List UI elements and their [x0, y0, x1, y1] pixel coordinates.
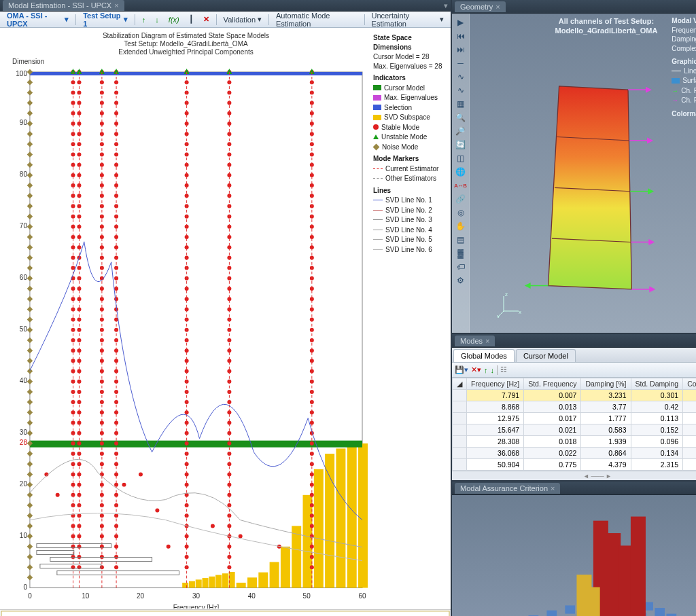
plot-title: Stabilization Diagram of Estimated State… [3, 32, 369, 56]
validation-dropdown[interactable]: Validation ▾ [220, 14, 266, 25]
column-header[interactable]: Complexity [683, 378, 696, 390]
tab-global-modes[interactable]: Global Modes [453, 349, 515, 362]
close-icon[interactable]: × [485, 337, 489, 345]
tab-modal-estimation[interactable]: Modal Estimation - SSI - UPCX × [3, 0, 124, 11]
auto-mode-est-button[interactable]: Automatic Mode Estimation [272, 10, 362, 29]
plot-svg: 0 10 20 28 30 40 50 60 70 80 90 100 [3, 65, 369, 609]
cube-icon[interactable]: ◫ [454, 152, 468, 164]
svg-text:20: 20 [20, 480, 28, 488]
close-icon[interactable]: × [495, 3, 500, 11]
mini-spectrum[interactable]: 0 60 [0, 609, 451, 616]
svg-rect-502 [546, 611, 557, 616]
svg-rect-28 [325, 454, 334, 587]
svg-rect-23 [270, 562, 279, 588]
hand-icon[interactable]: ✋ [454, 220, 468, 232]
grid-icon[interactable]: ▦ [454, 98, 468, 110]
pipe-button[interactable]: ┃ [185, 14, 198, 25]
test-setup-dropdown[interactable]: Test Setup 1 ▾ [79, 10, 132, 29]
svg-text:30: 30 [20, 429, 28, 436]
table-row[interactable]: 28.3080.0181.9390.0960.475 [453, 436, 697, 448]
svg-rect-22 [258, 573, 268, 588]
tab-label: Geometry [460, 3, 493, 11]
column-header[interactable]: Frequency [Hz] [467, 378, 524, 390]
svg-rect-21 [247, 577, 257, 587]
tab-label: Modes [460, 337, 483, 345]
modes-table[interactable]: ◢Frequency [Hz]Std. FrequencyDamping [%]… [452, 378, 696, 471]
tab-mac[interactable]: Modal Assurance Criterion × [455, 483, 560, 494]
svg-rect-38 [222, 573, 228, 587]
uncertainty-dropdown[interactable]: Uncertainty Estimation ▾ [368, 10, 448, 29]
settings-icon[interactable]: ⚙ [454, 274, 468, 287]
palette-icon[interactable]: ▓ [454, 247, 468, 259]
skip-fwd-icon[interactable]: ⏭ [454, 43, 468, 56]
mac-viewport[interactable] [452, 495, 696, 616]
arrow-down-button[interactable]: ↓ [151, 14, 163, 25]
save-icon[interactable]: 💾▾ [455, 365, 468, 374]
chevron-down-icon: ▾ [258, 15, 262, 24]
svg-text:0: 0 [23, 583, 27, 591]
link-icon[interactable]: 🔗 [454, 193, 468, 205]
geometry-tabbar: Geometry × ▾ [452, 0, 696, 14]
table-row[interactable]: 8.8680.0133.770.420.296 [453, 401, 697, 413]
zoom-out-icon[interactable]: 🔎 [454, 125, 468, 137]
arrow-up-button[interactable]: ↑ [138, 14, 150, 25]
globe-icon[interactable]: 🌐 [454, 166, 468, 178]
columns-icon[interactable]: ☷ [500, 365, 507, 374]
svg-rect-24 [281, 547, 290, 588]
column-header[interactable]: Damping [%] [581, 378, 631, 390]
column-header[interactable]: Std. Damping [631, 378, 683, 390]
svg-point-447 [167, 545, 171, 549]
target-icon[interactable]: ◎ [454, 206, 468, 219]
tab-cursor-model[interactable]: Cursor Model [516, 349, 576, 362]
table-row[interactable]: 7.7910.0073.2310.3010.171 [453, 390, 697, 401]
svg-rect-27 [314, 469, 324, 588]
table-row[interactable]: 12.9750.0171.7770.1130.744 [453, 413, 697, 424]
svg-point-448 [211, 524, 215, 528]
rotate-icon[interactable]: 🔄 [454, 139, 468, 151]
arrow-up-icon[interactable]: ↑ [484, 366, 488, 374]
svg-text:x: x [519, 309, 521, 315]
close-icon[interactable]: × [551, 484, 555, 492]
label-icon[interactable]: 🏷 [454, 261, 468, 273]
svg-point-445 [139, 472, 143, 476]
tab-geometry[interactable]: Geometry × [455, 1, 506, 12]
modes-subtabs: Global Modes Cursor Model [452, 348, 696, 363]
zoom-in-icon[interactable]: 🔍 [454, 111, 468, 124]
table-row[interactable]: 50.9040.7754.3792.31548.92 [453, 459, 697, 471]
svg-text:20: 20 [137, 592, 145, 600]
column-header[interactable]: Std. Frequency [524, 378, 581, 390]
geometry-toolbar: ▶ ⏮ ⏭ ─ ∿ ∿ ▦ 🔍 🔎 🔄 ◫ 🌐 A↔B 🔗 ◎ ✋ ▤ [452, 14, 470, 333]
svg-point-449 [239, 535, 243, 539]
svg-text:40: 40 [248, 592, 256, 600]
modes-tabbar: Modes × ▾ [452, 334, 696, 348]
separator-icon: ─ [454, 57, 468, 69]
wave-icon[interactable]: ∿ [454, 71, 468, 83]
svg-rect-36 [209, 577, 215, 588]
svg-point-444 [122, 483, 126, 487]
tab-dropdown-icon[interactable]: ▾ [444, 1, 448, 10]
svg-marker-481 [525, 283, 529, 287]
skip-back-icon[interactable]: ⏮ [454, 30, 468, 42]
stabilization-chart[interactable]: Stabilization Diagram of Estimated State… [0, 28, 451, 609]
layers-icon[interactable]: ▤ [454, 234, 468, 246]
svg-text:60: 60 [358, 592, 366, 600]
algorithm-dropdown[interactable]: OMA - SSI - UPCX ▾ [3, 10, 73, 29]
tab-modes[interactable]: Modes × [455, 336, 495, 346]
svg-rect-29 [336, 448, 345, 587]
delete-button[interactable]: ✕ [199, 14, 213, 25]
play-icon[interactable]: ▶ [454, 16, 468, 29]
table-row[interactable]: 15.6470.0210.5830.1520.126 [453, 424, 697, 436]
delete-icon[interactable]: ✕▾ [471, 365, 481, 374]
svg-text:70: 70 [20, 222, 28, 230]
close-icon[interactable]: × [114, 1, 118, 10]
tab-label: Modal Assurance Criterion [460, 484, 548, 492]
svg-rect-534 [666, 614, 676, 616]
ab-icon[interactable]: A↔B [454, 179, 468, 192]
fx-button[interactable]: f(x) [164, 14, 184, 25]
geometry-viewport[interactable]: All channels of Test Setup: Modello_4Gra… [470, 14, 696, 333]
horizontal-scrollbar[interactable]: ◄ ─── ► [452, 471, 696, 480]
arrow-down-icon[interactable]: ↓ [491, 366, 495, 374]
mac-tabbar: Modal Assurance Criterion × ▾ [452, 482, 696, 495]
wave2-icon[interactable]: ∿ [454, 84, 468, 96]
table-row[interactable]: 36.0680.0220.8640.1348.653 [453, 448, 697, 459]
